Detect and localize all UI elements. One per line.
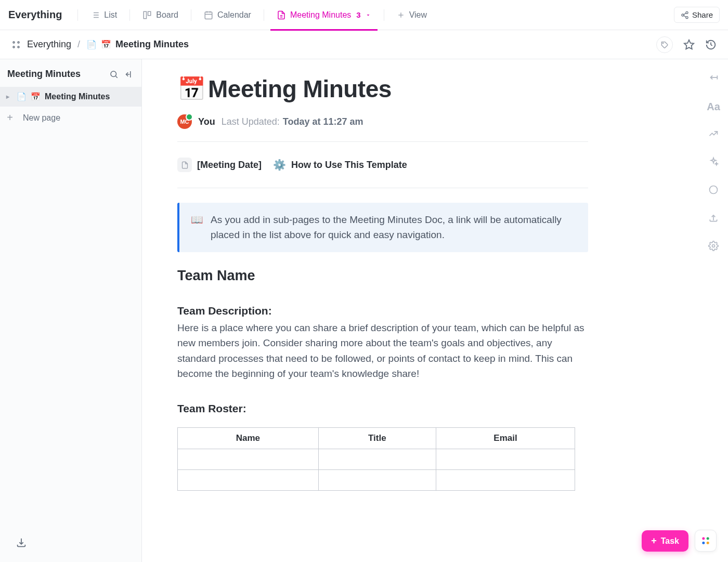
breadcrumb-bar: Everything / 📄 📅 Meeting Minutes bbox=[0, 30, 728, 59]
svg-point-40 bbox=[707, 537, 709, 540]
svg-line-28 bbox=[711, 45, 712, 46]
sparkle-icon[interactable] bbox=[708, 156, 719, 169]
document: 📅 Meeting Minutes MC You Last Updated: T… bbox=[177, 75, 609, 491]
workspace-title[interactable]: Everything bbox=[8, 9, 62, 21]
heading-team-name[interactable]: Team Name bbox=[177, 268, 588, 284]
divider bbox=[129, 9, 130, 21]
svg-point-42 bbox=[707, 542, 709, 544]
share-label: Share bbox=[692, 10, 713, 19]
caret-right-icon[interactable]: ▸ bbox=[6, 93, 12, 100]
tag-button[interactable] bbox=[656, 36, 673, 53]
tab-meeting-minutes[interactable]: Meeting Minutes 3 bbox=[270, 0, 378, 30]
plus-icon: + bbox=[6, 112, 14, 124]
tab-label: Meeting Minutes bbox=[290, 10, 351, 20]
svg-point-21 bbox=[13, 42, 15, 43]
divider bbox=[264, 9, 264, 21]
svg-point-29 bbox=[111, 71, 116, 77]
svg-marker-26 bbox=[684, 40, 694, 48]
sidebar-item-meeting-minutes[interactable]: ▸ 📄 📅 Meeting Minutes bbox=[0, 87, 141, 107]
col-title[interactable]: Title bbox=[318, 427, 436, 449]
chevron-down-icon[interactable] bbox=[365, 12, 371, 18]
table-row[interactable] bbox=[178, 469, 575, 490]
search-icon[interactable] bbox=[109, 70, 119, 79]
page-doc-icon: 📄 bbox=[86, 40, 97, 49]
inbox-icon[interactable] bbox=[16, 537, 27, 551]
subpage-how-to-use[interactable]: ⚙️ How to Use This Template bbox=[273, 159, 407, 171]
avatar[interactable]: MC bbox=[177, 114, 192, 129]
doc-icon bbox=[177, 158, 192, 172]
updated-value: Today at 11:27 am bbox=[283, 116, 363, 127]
star-button[interactable] bbox=[683, 39, 695, 50]
main: Meeting Minutes ▸ 📄 📅 Meeting Minutes + … bbox=[0, 59, 728, 562]
new-task-button[interactable]: + Task bbox=[642, 530, 688, 552]
divider bbox=[191, 9, 191, 21]
plus-icon bbox=[397, 11, 405, 19]
table-row[interactable] bbox=[178, 449, 575, 469]
typography-icon[interactable]: Aa bbox=[707, 101, 720, 113]
doc-sidebar: Meeting Minutes ▸ 📄 📅 Meeting Minutes + … bbox=[0, 59, 142, 562]
sidebar-item-label: Meeting Minutes bbox=[45, 92, 110, 101]
breadcrumb-root[interactable]: Everything bbox=[27, 39, 71, 50]
tab-label: Calendar bbox=[217, 10, 251, 20]
divider bbox=[77, 9, 78, 21]
apps-button[interactable] bbox=[695, 530, 717, 552]
tab-label: List bbox=[104, 10, 117, 20]
tab-board[interactable]: Board bbox=[136, 0, 185, 30]
back-arrow-icon[interactable] bbox=[708, 72, 719, 85]
share-button[interactable]: Share bbox=[674, 7, 720, 23]
grid-icon[interactable] bbox=[11, 40, 21, 49]
subpage-meeting-date[interactable]: [Meeting Date] bbox=[177, 158, 262, 172]
add-view-label: View bbox=[409, 10, 427, 20]
svg-line-30 bbox=[115, 76, 117, 77]
breadcrumb-page[interactable]: 📄 📅 Meeting Minutes bbox=[86, 39, 189, 50]
add-view[interactable]: View bbox=[391, 0, 433, 30]
book-icon: 📖 bbox=[191, 212, 203, 243]
history-button[interactable] bbox=[705, 39, 717, 50]
svg-point-23 bbox=[13, 46, 15, 48]
calendar-icon bbox=[204, 10, 213, 20]
tab-label: Board bbox=[156, 10, 178, 20]
callout-text[interactable]: As you add in sub-pages to the Meeting M… bbox=[211, 212, 577, 243]
comment-icon[interactable] bbox=[708, 185, 719, 197]
sidebar-new-page[interactable]: + New page bbox=[0, 107, 141, 129]
divider bbox=[384, 9, 384, 21]
plus-icon: + bbox=[651, 535, 657, 546]
col-email[interactable]: Email bbox=[436, 427, 575, 449]
doc-title[interactable]: Meeting Minutes bbox=[208, 75, 392, 103]
team-description-text[interactable]: Here is a place where you can share a br… bbox=[177, 320, 588, 382]
breadcrumb-page-label: Meeting Minutes bbox=[115, 39, 189, 50]
top-bar: Everything List Board Calendar Meeting M… bbox=[0, 0, 728, 30]
heading-team-roster[interactable]: Team Roster: bbox=[177, 402, 588, 415]
doc-emoji[interactable]: 📅 bbox=[177, 77, 206, 100]
activity-icon[interactable] bbox=[708, 128, 719, 141]
svg-rect-7 bbox=[148, 11, 151, 16]
collapse-sidebar-icon[interactable] bbox=[124, 70, 133, 79]
subpage-label: [Meeting Date] bbox=[197, 160, 262, 171]
content-wrap: 📅 Meeting Minutes MC You Last Updated: T… bbox=[142, 59, 728, 562]
svg-line-20 bbox=[684, 15, 686, 17]
task-btn-label: Task bbox=[661, 537, 679, 546]
page-emoji-icon: 📅 bbox=[31, 92, 41, 101]
tab-badge: 3 bbox=[356, 10, 360, 19]
sidebar-header: Meeting Minutes bbox=[0, 59, 141, 87]
tab-list[interactable]: List bbox=[84, 0, 123, 30]
gear-icon: ⚙️ bbox=[273, 159, 286, 171]
author-label: You bbox=[198, 116, 215, 127]
list-icon bbox=[90, 10, 100, 20]
doc-meta: MC You Last Updated: Today at 11:27 am bbox=[177, 114, 588, 129]
svg-point-35 bbox=[710, 186, 718, 194]
subpage-links: [Meeting Date] ⚙️ How to Use This Templa… bbox=[177, 154, 588, 175]
roster-table[interactable]: Name Title Email bbox=[177, 427, 575, 491]
breadcrumb-root-label: Everything bbox=[27, 39, 71, 50]
col-name[interactable]: Name bbox=[178, 427, 319, 449]
info-callout: 📖 As you add in sub-pages to the Meeting… bbox=[177, 203, 588, 252]
right-rail: Aa bbox=[699, 59, 728, 253]
heading-team-description[interactable]: Team Description: bbox=[177, 305, 588, 317]
svg-rect-6 bbox=[144, 11, 147, 19]
svg-point-24 bbox=[18, 46, 19, 48]
breadcrumb-sep: / bbox=[77, 39, 80, 50]
svg-point-18 bbox=[686, 16, 688, 18]
export-icon[interactable] bbox=[708, 213, 719, 225]
tab-calendar[interactable]: Calendar bbox=[198, 0, 257, 30]
settings-icon[interactable] bbox=[708, 241, 719, 253]
